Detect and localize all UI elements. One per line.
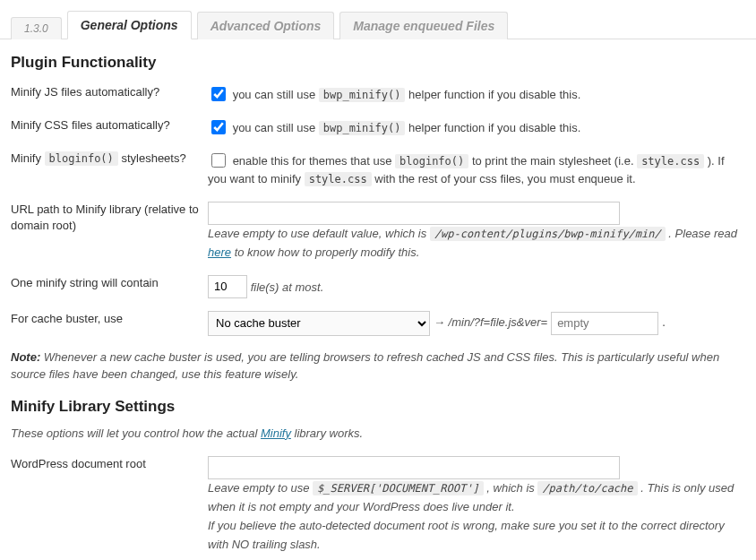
minify-css-text-after: helper function if you disable this. (405, 121, 580, 134)
docroot-input[interactable] (208, 456, 620, 479)
cache-buster-note: Note: Whenever a new cache buster is use… (11, 349, 745, 383)
intro-a: These options will let you control how t… (11, 426, 261, 440)
url-hint-code: /wp-content/plugins/bwp-minify/min/ (430, 227, 666, 241)
minify-css-code: bwp_minify() (319, 121, 406, 135)
minify-js-text-before: you can still use (233, 88, 319, 101)
tab-manage[interactable]: Manage enqueued Files (339, 12, 508, 39)
url-hint-c: to know how to properly modify this. (231, 246, 419, 259)
section-plugin-functionality-heading: Plugin Functionality (11, 54, 745, 72)
minify-css-text-before: you can still use (233, 121, 319, 134)
bloginfo-text-d: with the rest of your css files, you mus… (372, 172, 636, 185)
minify-js-code: bwp_minify() (319, 88, 406, 102)
cache-buster-select[interactable]: No cache buster (208, 311, 430, 336)
note-label: Note: (11, 350, 40, 364)
bloginfo-text-b: to print the main stylesheet (i.e. (468, 154, 637, 168)
url-hint-b: . Please read (666, 227, 737, 240)
url-hint-link[interactable]: here (208, 246, 231, 259)
bloginfo-code-c: style.css (305, 172, 372, 186)
minify-bloginfo-label-a: Minify (11, 151, 45, 165)
minify-count-input[interactable] (208, 275, 247, 298)
tab-version[interactable]: 1.3.0 (11, 17, 62, 39)
minify-library-intro: These options will let you control how t… (11, 425, 745, 443)
cache-buster-input[interactable] (551, 312, 658, 335)
cache-buster-dot: . (662, 314, 666, 332)
bloginfo-code-a: bloginfo() (395, 154, 468, 168)
docroot-label: WordPress document root (11, 456, 208, 472)
tab-general[interactable]: General Options (67, 11, 192, 39)
url-path-input[interactable] (208, 202, 620, 225)
docroot-code-b: /path/to/cache (537, 481, 637, 495)
docroot-code-a: $_SERVER['DOCUMENT_ROOT'] (313, 481, 484, 495)
section-minify-library-heading: Minify Library Settings (11, 398, 745, 416)
url-path-label: URL path to Minify library (relative to … (11, 202, 208, 234)
minify-js-checkbox[interactable] (211, 87, 226, 101)
minify-bloginfo-label: Minify bloginfo() stylesheets? (11, 151, 208, 167)
note-text: Whenever a new cache buster is used, you… (11, 350, 719, 382)
minify-bloginfo-label-code: bloginfo() (45, 151, 118, 166)
minify-bloginfo-checkbox[interactable] (211, 153, 226, 168)
minify-css-label: Minify CSS files automatically? (11, 117, 208, 134)
minify-count-label: One minify string will contain (11, 275, 208, 291)
minify-css-checkbox[interactable] (211, 120, 226, 134)
docroot-hint-d: If you believe the auto-detected documen… (208, 519, 725, 551)
tab-bar: 1.3.0 General Options Advanced Options M… (0, 0, 756, 39)
minify-count-suffix: file(s) at most. (251, 280, 324, 293)
bloginfo-code-b: style.css (637, 154, 704, 168)
minify-js-label: Minify JS files automatically? (11, 84, 208, 100)
cache-buster-arrow: → /min/?f=file.js&ver= (434, 314, 547, 332)
docroot-hint-a: Leave empty to use (208, 481, 313, 495)
intro-link[interactable]: Minify (261, 426, 291, 440)
url-hint-a: Leave empty to use default value, which … (208, 227, 430, 240)
intro-b: library works. (291, 426, 363, 440)
minify-bloginfo-label-b: stylesheets? (118, 151, 186, 165)
cache-buster-label: For cache buster, use (11, 311, 208, 327)
bloginfo-text-a: enable this for themes that use (233, 154, 395, 168)
minify-js-text-after: helper function if you disable this. (405, 88, 580, 101)
docroot-hint-b: , which is (484, 481, 538, 495)
tab-advanced[interactable]: Advanced Options (197, 12, 335, 39)
